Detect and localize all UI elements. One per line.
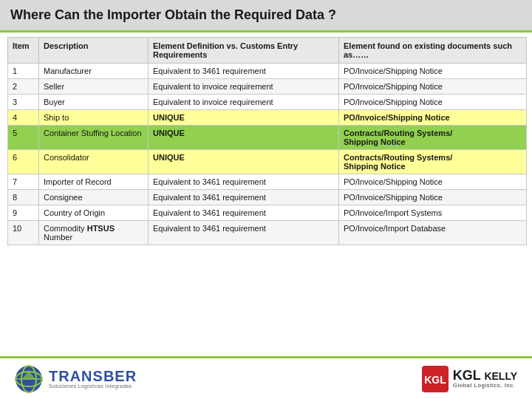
- transber-logo: TRANSBER Soluciones Logísticas Integrada…: [15, 365, 137, 393]
- cell-element-found: Contracts/Routing Systems/Shipping Notic…: [339, 126, 527, 150]
- cell-element-found: PO/Invoice/Shipping Notice: [339, 190, 527, 205]
- cell-item: 7: [8, 174, 39, 190]
- table-row: 2SellerEquivalent to invoice requirement…: [8, 79, 527, 95]
- table-row: 10Commodity HTSUSNumberEquivalent to 346…: [8, 221, 527, 245]
- cell-description: Importer of Record: [39, 174, 149, 190]
- data-table: Item Description Element Definition vs. …: [7, 37, 527, 245]
- cell-description: Manufacturer: [39, 64, 149, 79]
- cell-element-def: Equivalent to 3461 requirement: [149, 64, 339, 79]
- transber-sub: Soluciones Logísticas Integradas: [49, 383, 137, 389]
- table-row: 7Importer of RecordEquivalent to 3461 re…: [8, 174, 527, 190]
- cell-item: 1: [8, 64, 39, 79]
- page-header: Where Can the Importer Obtain the Requir…: [0, 0, 532, 33]
- cell-element-def: Equivalent to invoice requirement: [149, 79, 339, 95]
- transber-brand: TRANSBER: [49, 369, 137, 383]
- cell-item: 6: [8, 150, 39, 174]
- page-footer: TRANSBER Soluciones Logísticas Integrada…: [0, 356, 532, 399]
- cell-description: Ship to: [39, 110, 149, 126]
- cell-element-found: PO/Invoice/Shipping Notice: [339, 79, 527, 95]
- transber-icon: [15, 365, 43, 393]
- col-header-item: Item: [8, 38, 39, 64]
- cell-element-found: PO/Invoice/Shipping Notice: [339, 174, 527, 190]
- cell-description: Consignee: [39, 190, 149, 205]
- cell-element-found: PO/Invoice/Import Systems: [339, 205, 527, 221]
- cell-item: 5: [8, 126, 39, 150]
- table-row: 5Container Stuffing LocationUNIQUEContra…: [8, 126, 527, 150]
- cell-element-found: PO/Invoice/Shipping Notice: [339, 110, 527, 126]
- cell-item: 8: [8, 190, 39, 205]
- cell-description: Consolidator: [39, 150, 149, 174]
- kgl-sub: Global Logistics, Inc.: [453, 382, 516, 389]
- cell-description: Country of Origin: [39, 205, 149, 221]
- cell-element-def: UNIQUE: [149, 110, 339, 126]
- table-row: 4Ship toUNIQUEPO/Invoice/Shipping Notice: [8, 110, 527, 126]
- page-title: Where Can the Importer Obtain the Requir…: [10, 7, 336, 22]
- kgl-brand: KGL KELLY: [453, 369, 517, 382]
- table-row: 3BuyerEquivalent to invoice requirementP…: [8, 95, 527, 110]
- cell-item: 4: [8, 110, 39, 126]
- cell-element-def: Equivalent to 3461 requirement: [149, 221, 339, 245]
- col-header-description: Description: [39, 38, 149, 64]
- cell-description: Seller: [39, 79, 149, 95]
- cell-element-found: PO/Invoice/Shipping Notice: [339, 95, 527, 110]
- col-header-element-def: Element Definition vs. Customs Entry Req…: [149, 38, 339, 64]
- page-wrapper: Where Can the Importer Obtain the Requir…: [0, 0, 532, 399]
- cell-element-found: Contracts/Routing Systems/Shipping Notic…: [339, 150, 527, 174]
- cell-element-def: Equivalent to 3461 requirement: [149, 190, 339, 205]
- transber-text: TRANSBER Soluciones Logísticas Integrada…: [49, 369, 137, 389]
- cell-element-def: Equivalent to 3461 requirement: [149, 205, 339, 221]
- cell-item: 2: [8, 79, 39, 95]
- cell-item: 9: [8, 205, 39, 221]
- col-header-element-found: Element found on existing documents such…: [339, 38, 527, 64]
- table-wrapper: Item Description Element Definition vs. …: [0, 33, 532, 356]
- table-row: 9Country of OriginEquivalent to 3461 req…: [8, 205, 527, 221]
- cell-item: 10: [8, 221, 39, 245]
- kgl-text: KGL KELLY Global Logistics, Inc.: [453, 369, 517, 389]
- cell-element-def: Equivalent to invoice requirement: [149, 95, 339, 110]
- kgl-icon: KGL: [422, 366, 449, 392]
- cell-element-found: PO/Invoice/Import Database: [339, 221, 527, 245]
- table-row: 6ConsolidatorUNIQUEContracts/Routing Sys…: [8, 150, 527, 174]
- cell-description: Buyer: [39, 95, 149, 110]
- cell-element-def: Equivalent to 3461 requirement: [149, 174, 339, 190]
- cell-item: 3: [8, 95, 39, 110]
- table-row: 1ManufacturerEquivalent to 3461 requirem…: [8, 64, 527, 79]
- table-row: 8ConsigneeEquivalent to 3461 requirement…: [8, 190, 527, 205]
- svg-text:KGL: KGL: [424, 374, 446, 386]
- kgl-logo: KGL KGL KELLY Global Logistics, Inc.: [422, 366, 517, 392]
- cell-element-found: PO/Invoice/Shipping Notice: [339, 64, 527, 79]
- cell-description: Container Stuffing Location: [39, 126, 149, 150]
- cell-element-def: UNIQUE: [149, 150, 339, 174]
- cell-description: Commodity HTSUSNumber: [39, 221, 149, 245]
- cell-element-def: UNIQUE: [149, 126, 339, 150]
